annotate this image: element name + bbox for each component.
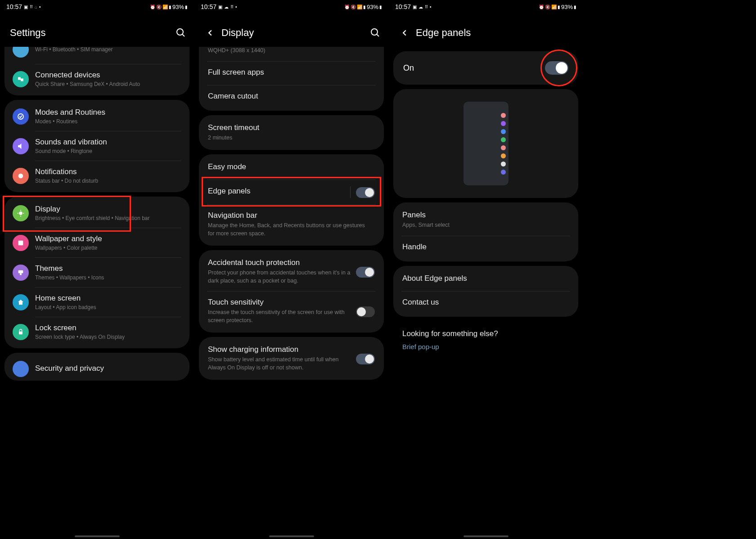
alarm-icon: ⏰ xyxy=(344,4,350,9)
modes-icon xyxy=(13,108,29,125)
phone-preview xyxy=(464,102,508,185)
home-icon xyxy=(13,294,29,310)
settings-item-notifications[interactable]: Notifications Status bar • Do not distur… xyxy=(4,161,189,190)
status-bar: 10:57 ▣ ☁ ⠿ • ⏰ 🔇 📶 ▮ 93% ▮ xyxy=(389,0,583,13)
on-label: On xyxy=(403,63,414,73)
settings-item-sounds[interactable]: Sounds and vibration Sound mode • Ringto… xyxy=(4,131,189,161)
edge-panels-master-row[interactable]: On xyxy=(393,51,578,85)
preview-app-dot xyxy=(501,170,506,175)
battery-icon: ▮ xyxy=(574,4,576,9)
mute-icon: 🔇 xyxy=(545,4,550,9)
display-nav-bar[interactable]: Navigation bar Manage the Home, Back, an… xyxy=(199,205,384,244)
preview-app-dot xyxy=(501,129,506,134)
status-app-icon: ⠿ xyxy=(30,4,33,9)
svg-point-0 xyxy=(177,29,183,35)
battery-icon: ▮ xyxy=(379,4,382,9)
nav-handle[interactable] xyxy=(75,535,120,537)
edge-panels-master-toggle[interactable] xyxy=(545,61,568,75)
signal-icon: ▮ xyxy=(558,4,560,9)
nav-handle[interactable] xyxy=(269,535,314,537)
settings-item-modes[interactable]: Modes and Routines Modes • Routines xyxy=(4,102,189,131)
signal-icon: ▮ xyxy=(169,4,171,9)
svg-point-6 xyxy=(19,211,22,215)
status-icon: ☁ xyxy=(418,4,423,9)
battery-pct: 93% xyxy=(561,4,573,10)
lock-icon xyxy=(13,324,29,340)
page-title: Settings xyxy=(10,27,175,39)
status-icon: ▣ xyxy=(218,4,222,9)
status-time: 10:57 xyxy=(395,3,411,10)
settings-item-themes[interactable]: Themes Themes • Wallpapers • Icons xyxy=(4,258,189,287)
display-resolution[interactable]: Screen resolution WQHD+ (3088 x 1440) xyxy=(199,47,384,61)
page-title: Edge panels xyxy=(416,27,576,39)
nav-handle[interactable] xyxy=(464,535,508,537)
sound-icon xyxy=(13,138,29,154)
svg-line-1 xyxy=(183,35,185,37)
display-icon xyxy=(13,205,29,221)
search-icon[interactable] xyxy=(369,27,381,39)
battery-icon: ▮ xyxy=(185,4,188,9)
display-touch-sensitivity[interactable]: Touch sensitivity Increase the touch sen… xyxy=(199,292,384,331)
svg-line-16 xyxy=(377,35,379,37)
page-title: Display xyxy=(221,27,369,39)
svg-rect-12 xyxy=(18,270,23,273)
display-accidental-touch[interactable]: Accidental touch protection Protect your… xyxy=(199,252,384,291)
notifications-icon xyxy=(13,168,29,184)
accidental-touch-toggle[interactable] xyxy=(356,267,375,278)
status-icon: ⠿ xyxy=(425,4,428,9)
status-app-icon: ▣ xyxy=(24,4,28,9)
settings-item-lockscreen[interactable]: Lock screen Screen lock type • Always On… xyxy=(4,317,189,346)
mute-icon: 🔇 xyxy=(351,4,356,9)
svg-point-15 xyxy=(371,29,378,35)
display-easy-mode[interactable]: Easy mode xyxy=(199,156,384,180)
svg-rect-13 xyxy=(20,273,22,275)
edge-panels-toggle[interactable] xyxy=(356,187,375,198)
search-icon[interactable] xyxy=(175,27,187,39)
preview-app-dot xyxy=(501,121,506,126)
back-button[interactable] xyxy=(399,27,410,39)
display-timeout[interactable]: Screen timeout 2 minutes xyxy=(199,117,384,148)
alarm-icon: ⏰ xyxy=(150,4,155,9)
wifi-icon: 📶 xyxy=(162,4,168,9)
wifi-icon: 📶 xyxy=(551,4,557,9)
status-dot: • xyxy=(39,4,41,9)
settings-item-display[interactable]: Display Brightness • Eye comfort shield … xyxy=(4,198,189,228)
status-time: 10:57 xyxy=(201,3,216,10)
svg-rect-2 xyxy=(18,77,21,80)
contact-us[interactable]: Contact us xyxy=(393,292,578,315)
touch-sensitivity-toggle[interactable] xyxy=(356,306,375,317)
edge-panels-screen: 10:57 ▣ ☁ ⠿ • ⏰ 🔇 📶 ▮ 93% ▮ Edge panels … xyxy=(389,0,583,539)
battery-pct: 93% xyxy=(172,4,184,10)
status-time: 10:57 xyxy=(6,3,22,10)
preview-panel xyxy=(393,89,578,198)
svg-point-5 xyxy=(18,173,23,178)
preview-app-dot xyxy=(501,113,506,118)
charging-info-toggle[interactable] xyxy=(356,354,375,364)
back-button[interactable] xyxy=(204,27,216,39)
settings-item-connected-devices[interactable]: Connected devices Quick Share • Samsung … xyxy=(4,64,189,94)
preview-app-dot xyxy=(501,153,506,158)
status-icon: ⠿ xyxy=(230,4,234,9)
display-charging-info[interactable]: Show charging information Show battery l… xyxy=(199,339,384,378)
display-edge-panels[interactable]: Edge panels xyxy=(199,180,384,204)
about-edge-panels[interactable]: About Edge panels xyxy=(393,268,578,291)
display-camera-cutout[interactable]: Camera cutout xyxy=(199,85,384,109)
settings-item-security[interactable]: Security and privacy xyxy=(4,355,189,379)
status-dot: • xyxy=(235,4,237,9)
status-app-icon: ⌂ xyxy=(35,4,37,9)
svg-rect-11 xyxy=(18,240,23,245)
handle-row[interactable]: Handle xyxy=(393,236,578,260)
svg-rect-3 xyxy=(21,78,23,81)
status-bar: 10:57 ▣ ⠿ ⌂ • ⏰ 🔇 📶 ▮ 93% ▮ xyxy=(0,0,194,13)
display-fullscreen[interactable]: Full screen apps xyxy=(199,62,384,85)
alarm-icon: ⏰ xyxy=(539,4,544,9)
settings-item-connections[interactable]: Wi-Fi • Bluetooth • SIM manager xyxy=(4,47,189,64)
preview-app-dot xyxy=(501,137,506,142)
panels-row[interactable]: Panels Apps, Smart select xyxy=(393,204,578,236)
settings-item-wallpaper[interactable]: Wallpaper and style Wallpapers • Color p… xyxy=(4,228,189,257)
settings-item-home[interactable]: Home screen Layout • App icon badges xyxy=(4,287,189,317)
preview-app-dot xyxy=(501,145,506,150)
wallpaper-icon xyxy=(13,235,29,251)
settings-screen: 10:57 ▣ ⠿ ⌂ • ⏰ 🔇 📶 ▮ 93% ▮ Settings Wi-… xyxy=(0,0,194,539)
brief-popup-link[interactable]: Brief pop-up xyxy=(393,343,578,357)
